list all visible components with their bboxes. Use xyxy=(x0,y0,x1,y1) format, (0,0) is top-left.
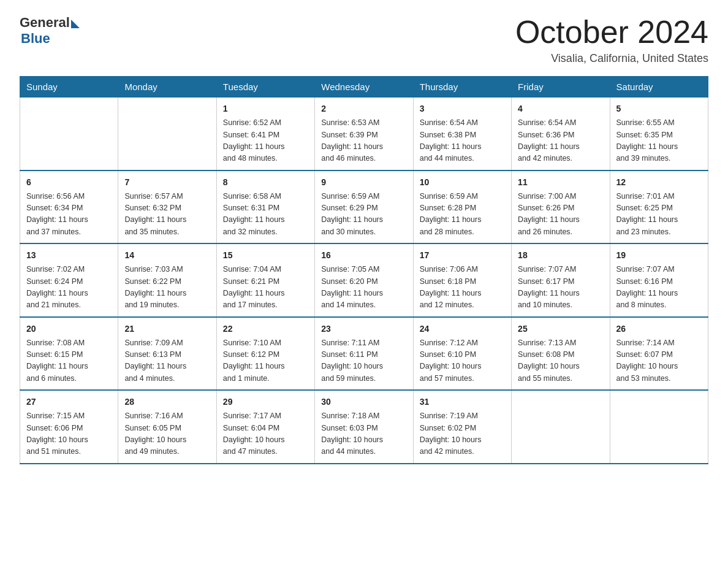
weekday-header-saturday: Saturday xyxy=(610,77,708,98)
calendar-cell: 15Sunrise: 7:04 AM Sunset: 6:21 PM Dayli… xyxy=(216,243,314,317)
day-number: 11 xyxy=(518,176,603,189)
day-info: Sunrise: 6:55 AM Sunset: 6:35 PM Dayligh… xyxy=(616,117,702,165)
calendar-cell: 7Sunrise: 6:57 AM Sunset: 6:32 PM Daylig… xyxy=(118,170,216,244)
day-number: 7 xyxy=(124,176,210,189)
day-number: 26 xyxy=(616,323,702,335)
day-number: 10 xyxy=(420,176,505,189)
day-number: 5 xyxy=(616,102,702,115)
day-number: 20 xyxy=(26,323,112,335)
location-text: Visalia, California, United States xyxy=(515,52,708,65)
page-header: General Blue October 2024 Visalia, Calif… xyxy=(20,15,708,65)
calendar-week-row: 6Sunrise: 6:56 AM Sunset: 6:34 PM Daylig… xyxy=(20,170,708,244)
calendar-week-row: 1Sunrise: 6:52 AM Sunset: 6:41 PM Daylig… xyxy=(20,98,708,170)
day-info: Sunrise: 7:07 AM Sunset: 6:17 PM Dayligh… xyxy=(518,264,603,312)
day-info: Sunrise: 7:19 AM Sunset: 6:02 PM Dayligh… xyxy=(420,410,505,458)
day-number: 8 xyxy=(223,176,308,189)
calendar-cell: 10Sunrise: 6:59 AM Sunset: 6:28 PM Dayli… xyxy=(413,170,511,244)
day-info: Sunrise: 7:08 AM Sunset: 6:15 PM Dayligh… xyxy=(26,337,112,385)
weekday-header-wednesday: Wednesday xyxy=(315,77,413,98)
day-info: Sunrise: 7:10 AM Sunset: 6:12 PM Dayligh… xyxy=(223,337,308,385)
day-info: Sunrise: 7:15 AM Sunset: 6:06 PM Dayligh… xyxy=(26,410,112,458)
day-number: 29 xyxy=(223,396,308,408)
title-section: October 2024 Visalia, California, United… xyxy=(515,15,708,65)
day-info: Sunrise: 7:13 AM Sunset: 6:08 PM Dayligh… xyxy=(518,337,603,385)
day-info: Sunrise: 6:52 AM Sunset: 6:41 PM Dayligh… xyxy=(223,117,308,165)
day-info: Sunrise: 7:00 AM Sunset: 6:26 PM Dayligh… xyxy=(518,191,603,239)
calendar-cell: 18Sunrise: 7:07 AM Sunset: 6:17 PM Dayli… xyxy=(512,243,610,317)
day-info: Sunrise: 6:59 AM Sunset: 6:28 PM Dayligh… xyxy=(420,191,505,239)
day-info: Sunrise: 6:54 AM Sunset: 6:38 PM Dayligh… xyxy=(420,117,505,165)
day-info: Sunrise: 6:57 AM Sunset: 6:32 PM Dayligh… xyxy=(124,191,210,239)
weekday-header-sunday: Sunday xyxy=(20,77,118,98)
logo-general-text: General xyxy=(20,15,70,31)
day-info: Sunrise: 7:18 AM Sunset: 6:03 PM Dayligh… xyxy=(321,410,406,458)
day-number: 3 xyxy=(420,102,505,115)
day-number: 18 xyxy=(518,249,603,262)
calendar-cell: 16Sunrise: 7:05 AM Sunset: 6:20 PM Dayli… xyxy=(315,243,413,317)
logo-triangle-icon xyxy=(71,20,80,28)
weekday-header-monday: Monday xyxy=(118,77,216,98)
day-info: Sunrise: 6:58 AM Sunset: 6:31 PM Dayligh… xyxy=(223,191,308,239)
day-info: Sunrise: 7:05 AM Sunset: 6:20 PM Dayligh… xyxy=(321,264,406,312)
day-number: 23 xyxy=(321,323,406,335)
day-number: 2 xyxy=(321,102,406,115)
weekday-header-thursday: Thursday xyxy=(413,77,511,98)
day-info: Sunrise: 7:09 AM Sunset: 6:13 PM Dayligh… xyxy=(124,337,210,385)
day-number: 27 xyxy=(26,396,112,408)
day-number: 19 xyxy=(616,249,702,262)
calendar-cell: 21Sunrise: 7:09 AM Sunset: 6:13 PM Dayli… xyxy=(118,317,216,391)
calendar-week-row: 20Sunrise: 7:08 AM Sunset: 6:15 PM Dayli… xyxy=(20,317,708,391)
weekday-header-row: SundayMondayTuesdayWednesdayThursdayFrid… xyxy=(20,77,708,98)
calendar-cell xyxy=(20,98,118,170)
calendar-cell: 25Sunrise: 7:13 AM Sunset: 6:08 PM Dayli… xyxy=(512,317,610,391)
weekday-header-friday: Friday xyxy=(512,77,610,98)
day-number: 21 xyxy=(124,323,210,335)
day-number: 14 xyxy=(124,249,210,262)
calendar-cell: 4Sunrise: 6:54 AM Sunset: 6:36 PM Daylig… xyxy=(512,98,610,170)
calendar-cell: 28Sunrise: 7:16 AM Sunset: 6:05 PM Dayli… xyxy=(118,390,216,464)
calendar-table: SundayMondayTuesdayWednesdayThursdayFrid… xyxy=(20,76,708,464)
calendar-cell: 29Sunrise: 7:17 AM Sunset: 6:04 PM Dayli… xyxy=(216,390,314,464)
day-info: Sunrise: 7:03 AM Sunset: 6:22 PM Dayligh… xyxy=(124,264,210,312)
calendar-cell: 11Sunrise: 7:00 AM Sunset: 6:26 PM Dayli… xyxy=(512,170,610,244)
day-info: Sunrise: 7:16 AM Sunset: 6:05 PM Dayligh… xyxy=(124,410,210,458)
calendar-cell: 31Sunrise: 7:19 AM Sunset: 6:02 PM Dayli… xyxy=(413,390,511,464)
day-info: Sunrise: 7:14 AM Sunset: 6:07 PM Dayligh… xyxy=(616,337,702,385)
calendar-cell: 19Sunrise: 7:07 AM Sunset: 6:16 PM Dayli… xyxy=(610,243,708,317)
day-info: Sunrise: 6:53 AM Sunset: 6:39 PM Dayligh… xyxy=(321,117,406,165)
day-number: 25 xyxy=(518,323,603,335)
calendar-cell: 6Sunrise: 6:56 AM Sunset: 6:34 PM Daylig… xyxy=(20,170,118,244)
calendar-cell xyxy=(118,98,216,170)
day-number: 12 xyxy=(616,176,702,189)
day-number: 13 xyxy=(26,249,112,262)
day-number: 1 xyxy=(223,102,308,115)
day-info: Sunrise: 7:06 AM Sunset: 6:18 PM Dayligh… xyxy=(420,264,505,312)
day-number: 9 xyxy=(321,176,406,189)
day-info: Sunrise: 7:02 AM Sunset: 6:24 PM Dayligh… xyxy=(26,264,112,312)
weekday-header-tuesday: Tuesday xyxy=(216,77,314,98)
calendar-cell: 2Sunrise: 6:53 AM Sunset: 6:39 PM Daylig… xyxy=(315,98,413,170)
calendar-cell: 5Sunrise: 6:55 AM Sunset: 6:35 PM Daylig… xyxy=(610,98,708,170)
logo-blue-text: Blue xyxy=(21,31,50,47)
calendar-cell: 12Sunrise: 7:01 AM Sunset: 6:25 PM Dayli… xyxy=(610,170,708,244)
calendar-cell: 17Sunrise: 7:06 AM Sunset: 6:18 PM Dayli… xyxy=(413,243,511,317)
month-title: October 2024 xyxy=(515,15,708,50)
day-info: Sunrise: 6:56 AM Sunset: 6:34 PM Dayligh… xyxy=(26,191,112,239)
day-number: 31 xyxy=(420,396,505,408)
calendar-cell: 1Sunrise: 6:52 AM Sunset: 6:41 PM Daylig… xyxy=(216,98,314,170)
day-info: Sunrise: 7:11 AM Sunset: 6:11 PM Dayligh… xyxy=(321,337,406,385)
day-number: 24 xyxy=(420,323,505,335)
day-number: 30 xyxy=(321,396,406,408)
day-info: Sunrise: 7:01 AM Sunset: 6:25 PM Dayligh… xyxy=(616,191,702,239)
calendar-cell: 13Sunrise: 7:02 AM Sunset: 6:24 PM Dayli… xyxy=(20,243,118,317)
day-number: 6 xyxy=(26,176,112,189)
calendar-week-row: 13Sunrise: 7:02 AM Sunset: 6:24 PM Dayli… xyxy=(20,243,708,317)
calendar-cell: 3Sunrise: 6:54 AM Sunset: 6:38 PM Daylig… xyxy=(413,98,511,170)
day-info: Sunrise: 7:04 AM Sunset: 6:21 PM Dayligh… xyxy=(223,264,308,312)
day-info: Sunrise: 6:54 AM Sunset: 6:36 PM Dayligh… xyxy=(518,117,603,165)
day-info: Sunrise: 6:59 AM Sunset: 6:29 PM Dayligh… xyxy=(321,191,406,239)
calendar-cell: 30Sunrise: 7:18 AM Sunset: 6:03 PM Dayli… xyxy=(315,390,413,464)
day-info: Sunrise: 7:12 AM Sunset: 6:10 PM Dayligh… xyxy=(420,337,505,385)
calendar-cell xyxy=(512,390,610,464)
calendar-cell: 9Sunrise: 6:59 AM Sunset: 6:29 PM Daylig… xyxy=(315,170,413,244)
